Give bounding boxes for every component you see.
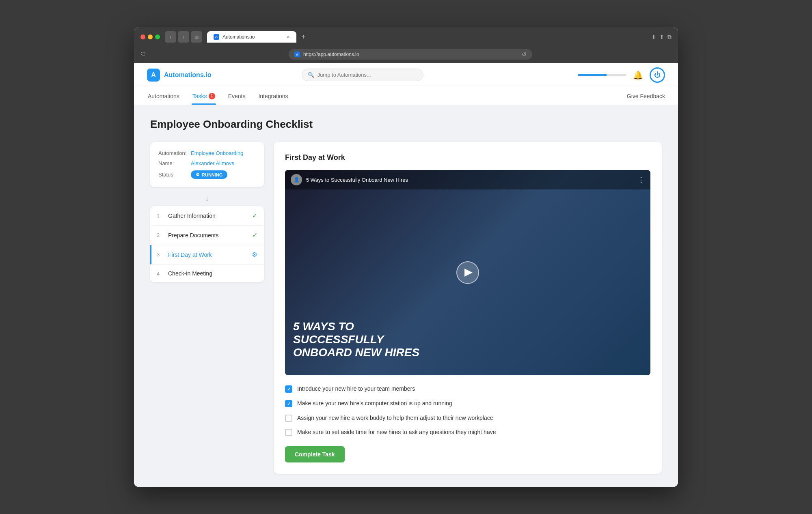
nav-item-tasks[interactable]: Tasks 1 [192, 87, 216, 105]
status-badge: ⚙ RUNNING [191, 170, 227, 179]
task-text-3: Assign your new hire a work buddy to hel… [297, 414, 493, 422]
item-label-3: First Day at Work [168, 252, 252, 258]
video-avatar: 👤 [291, 174, 302, 185]
add-tab-button[interactable]: + [301, 33, 306, 41]
video-line1: 5 WAYS TO [293, 320, 642, 333]
maximize-window-button[interactable] [155, 34, 160, 39]
header-right: 🔔 ⏻ [578, 67, 665, 83]
name-row: Name: Alexander Alimovs [158, 160, 256, 166]
browser-chrome: ‹ › ▤ A Automations.io × + ⬇ ⬆ ⧉ 🛡 A [134, 27, 678, 63]
item-num-1: 1 [157, 213, 165, 219]
browser-nav-buttons: ‹ › ▤ [165, 31, 202, 43]
logo-area: A Automations.io [147, 69, 211, 82]
name-value[interactable]: Alexander Alimovs [191, 160, 234, 166]
checklist-item-3[interactable]: 3 First Day at Work ⚙ [150, 245, 264, 265]
share-icon[interactable]: ⬆ [659, 34, 664, 41]
video-top-bar: 👤 5 Ways to Successfully Onboard New Hir… [285, 170, 650, 189]
download-icon: ⬇ [651, 34, 656, 41]
traffic-lights [140, 34, 160, 39]
tab-title: Automations.io [222, 34, 283, 40]
automation-value[interactable]: Employee Onboarding [191, 150, 243, 156]
refresh-button[interactable]: ↺ [522, 51, 527, 58]
window-icon[interactable]: ⧉ [667, 34, 672, 41]
site-favicon: A [294, 52, 300, 57]
arrow-down-icon: ↓ [150, 194, 264, 203]
progress-bar-container [578, 74, 626, 76]
tab-favicon: A [214, 34, 219, 40]
main-layout: Automation: Employee Onboarding Name: Al… [150, 142, 662, 474]
gear-icon-3: ⚙ [252, 251, 257, 258]
browser-actions: ⬇ ⬆ ⧉ [651, 34, 672, 41]
nav-item-integrations[interactable]: Integrations [257, 87, 289, 105]
minimize-window-button[interactable] [148, 34, 153, 39]
status-row: Status: ⚙ RUNNING [158, 170, 256, 179]
page-title: Employee Onboarding Checklist [150, 118, 662, 131]
task-checkbox-1[interactable] [285, 385, 292, 393]
back-button[interactable]: ‹ [165, 31, 176, 43]
task-text-1: Introduce your new hire to your team mem… [297, 385, 415, 393]
task-item-4: Make sure to set aside time for new hire… [285, 428, 650, 437]
item-num-4: 4 [157, 271, 165, 277]
section-title: First Day at Work [285, 153, 650, 162]
right-panel: First Day at Work 👤 5 Ways to Successful… [274, 142, 662, 474]
video-line2: SUCCESSFULLY [293, 333, 642, 346]
video-main-text: 5 WAYS TO SUCCESSFULLY ONBOARD NEW HIRES [293, 320, 642, 359]
app-header: A Automations.io 🔍 🔔 ⏻ [134, 63, 678, 87]
check-icon-2: ✓ [252, 231, 257, 239]
tasks-badge: 1 [209, 93, 215, 99]
check-icon-1: ✓ [252, 212, 257, 219]
video-title-text: 5 Ways to Successfully Onboard New Hires [306, 177, 633, 183]
item-label-1: Gather Information [168, 213, 252, 219]
progress-bar-fill [578, 74, 607, 76]
task-checkbox-4[interactable] [285, 429, 292, 436]
checklist-item-2[interactable]: 2 Prepare Documents ✓ [150, 226, 264, 245]
task-checkbox-2[interactable] [285, 400, 292, 407]
nav-item-events[interactable]: Events [227, 87, 246, 105]
task-checkbox-3[interactable] [285, 415, 292, 422]
checklist-item-4[interactable]: 4 Check-in Meeting [150, 265, 264, 282]
nav-items: Automations Tasks 1 Events Integrations [147, 87, 289, 105]
task-item-2: Make sure your new hire's computer stati… [285, 400, 650, 408]
tab-close-button[interactable]: × [287, 34, 290, 40]
checklist-item-1[interactable]: 1 Gather Information ✓ [150, 206, 264, 226]
item-label-2: Prepare Documents [168, 232, 252, 239]
browser-controls: ‹ › ▤ A Automations.io × + ⬇ ⬆ ⧉ [140, 31, 672, 47]
task-checklist: Introduce your new hire to your team mem… [285, 385, 650, 436]
video-container[interactable]: 👤 5 Ways to Successfully Onboard New Hir… [285, 170, 650, 375]
gear-icon: ⚙ [196, 172, 200, 177]
tab-view-button[interactable]: ▤ [191, 31, 202, 43]
task-text-2: Make sure your new hire's computer stati… [297, 400, 452, 408]
bell-icon[interactable]: 🔔 [633, 70, 643, 80]
active-tab[interactable]: A Automations.io × [207, 31, 296, 43]
video-menu-icon[interactable]: ⋮ [637, 175, 645, 184]
logo-icon: A [147, 69, 160, 82]
task-item-3: Assign your new hire a work buddy to hel… [285, 414, 650, 422]
left-panel: Automation: Employee Onboarding Name: Al… [150, 142, 264, 282]
power-button[interactable]: ⏻ [650, 67, 665, 83]
nav-item-automations[interactable]: Automations [147, 87, 180, 105]
item-num-3: 3 [157, 252, 165, 258]
task-text-4: Make sure to set aside time for new hire… [297, 428, 496, 437]
url-text: https://app.automations.io [303, 52, 359, 57]
search-bar[interactable]: 🔍 [302, 69, 423, 81]
complete-task-button[interactable]: Complete Task [285, 446, 345, 462]
close-window-button[interactable] [140, 34, 145, 39]
address-bar[interactable]: A https://app.automations.io ↺ [289, 49, 532, 60]
browser-window: ‹ › ▤ A Automations.io × + ⬇ ⬆ ⧉ 🛡 A [134, 27, 678, 487]
play-triangle-icon [464, 269, 473, 277]
status-label: Status: [158, 172, 191, 178]
search-input[interactable] [317, 72, 417, 78]
play-button[interactable] [456, 261, 479, 284]
logo-text: Automations.io [164, 71, 211, 79]
video-text-overlay: 5 WAYS TO SUCCESSFULLY ONBOARD NEW HIRES [293, 320, 642, 359]
info-card: Automation: Employee Onboarding Name: Al… [150, 142, 264, 187]
item-label-4: Check-in Meeting [168, 270, 257, 277]
app-nav: Automations Tasks 1 Events Integrations … [134, 87, 678, 105]
name-label: Name: [158, 160, 191, 166]
forward-button[interactable]: › [178, 31, 189, 43]
give-feedback-link[interactable]: Give Feedback [627, 93, 665, 99]
app-main: Employee Onboarding Checklist Automation… [134, 105, 678, 487]
checklist-card: 1 Gather Information ✓ 2 Prepare Documen… [150, 206, 264, 282]
address-bar-row: 🛡 A https://app.automations.io ↺ [140, 47, 672, 63]
app-content: A Automations.io 🔍 🔔 ⏻ Automations [134, 63, 678, 487]
